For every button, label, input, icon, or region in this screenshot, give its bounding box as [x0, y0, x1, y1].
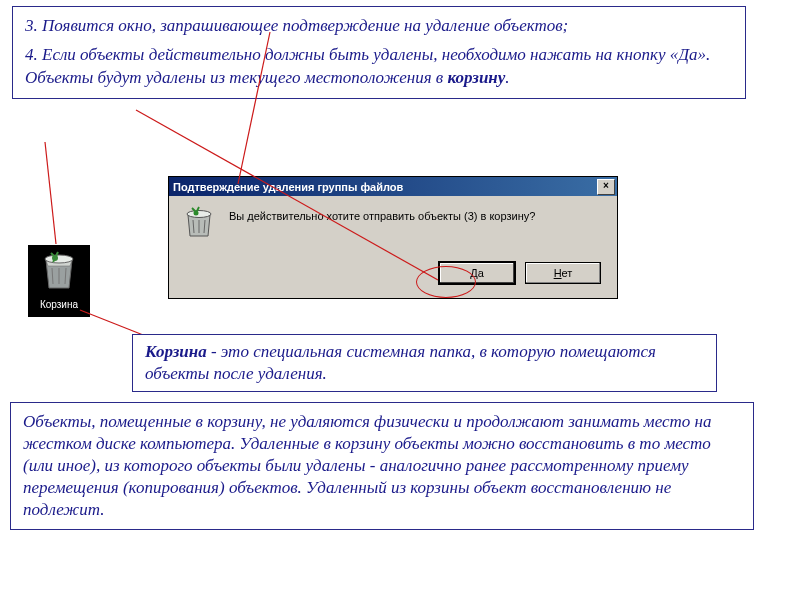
korzina-definition: - это специальная системная папка, в кот… — [145, 342, 656, 383]
recycle-bin-label: Корзина — [37, 298, 81, 311]
korzinu-keyword: корзину — [448, 68, 506, 87]
svg-line-6 — [45, 142, 56, 244]
step-4-text: 4. Если объекты действительно должны быт… — [25, 44, 733, 90]
instruction-box-top: 3. Появится окно, запрашивающее подтверж… — [12, 6, 746, 99]
svg-point-2 — [187, 211, 211, 218]
trash-icon — [40, 250, 78, 290]
dialog-titlebar[interactable]: Подтверждение удаления группы файлов × — [169, 177, 617, 196]
korzina-term: Корзина — [145, 342, 207, 361]
recycle-bin-desktop-icon[interactable]: Корзина — [28, 245, 90, 317]
definition-box: Корзина - это специальная системная папк… — [132, 334, 717, 392]
step-3-text: 3. Появится окно, запрашивающее подтверж… — [25, 15, 733, 38]
recycle-confirm-icon — [183, 206, 215, 238]
dialog-title: Подтверждение удаления группы файлов — [173, 181, 403, 193]
yes-button[interactable]: Да — [439, 262, 515, 284]
svg-point-0 — [45, 255, 73, 263]
confirm-delete-dialog: Подтверждение удаления группы файлов × В… — [168, 176, 618, 299]
explanation-text: Объекты, помещенные в корзину, не удаляю… — [23, 412, 712, 519]
no-button[interactable]: Нет — [525, 262, 601, 284]
explanation-box: Объекты, помещенные в корзину, не удаляю… — [10, 402, 754, 530]
dialog-message: Вы действительно хотите отправить объект… — [229, 210, 535, 222]
close-button[interactable]: × — [597, 179, 615, 195]
